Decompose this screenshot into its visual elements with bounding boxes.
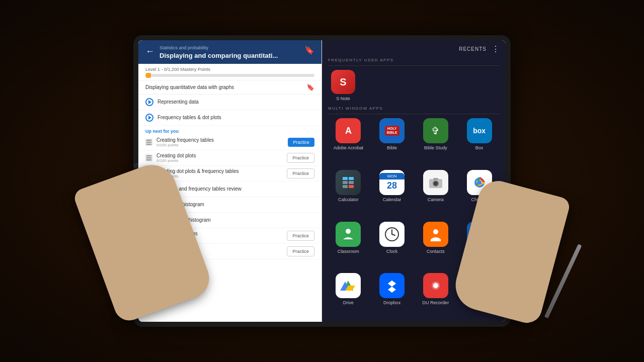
svg-rect-2: [343, 181, 348, 184]
durecorder-icon: [423, 273, 448, 298]
practice-item-title: Creating frequency tables: [156, 137, 284, 143]
adobe-label: Adobe Acrobat: [334, 145, 363, 150]
app-item-contacts[interactable]: Contacts: [416, 222, 456, 270]
practice-button-outline[interactable]: Practice: [287, 168, 314, 178]
app-item-classroom[interactable]: Classroom: [328, 222, 369, 270]
bible-icon: HOLYBIBLE: [379, 118, 405, 143]
lesson-item[interactable]: Representing data: [138, 95, 321, 110]
freq-apps-section-label: FREQUENTLY USED APPS: [322, 58, 506, 62]
box-icon: box: [467, 118, 492, 143]
svg-rect-5: [349, 185, 354, 188]
practice-item[interactable]: Creating frequency tables 0/100 points P…: [138, 135, 321, 150]
app-item-dropbox[interactable]: Dropbox: [372, 273, 413, 322]
lesson-item-text: Frequency tables & dot plots: [157, 115, 314, 120]
practice-item-points: 0/100 points: [156, 174, 283, 178]
app-item-snote[interactable]: S S Note: [328, 70, 358, 101]
calendar-label: Calendar: [383, 197, 401, 202]
svg-marker-28: [388, 281, 396, 287]
practice-icon: [145, 154, 152, 161]
freq-apps-row: S S Note: [322, 70, 506, 101]
right-header: RECENTS ⋮: [322, 40, 506, 58]
svg-point-13: [477, 180, 481, 185]
app-item-clock[interactable]: Clock: [372, 222, 413, 270]
svg-rect-9: [433, 178, 438, 180]
box-label: Box: [475, 145, 484, 150]
multi-section-divider: [328, 114, 500, 114]
bookmark-button[interactable]: 🔖: [304, 45, 314, 55]
lesson-item-text: Dot plots and frequency tables review: [157, 186, 314, 192]
practice-item-points: 0/100 points: [156, 158, 283, 163]
svg-rect-3: [349, 181, 354, 184]
practice-icon: [145, 139, 152, 146]
video-icon: [145, 98, 153, 106]
more-options-button[interactable]: ⋮: [492, 44, 500, 54]
practice-item-info: Creating frequency tables 0/100 points: [156, 137, 284, 147]
bible-label: Bible: [387, 145, 397, 150]
recents-button[interactable]: RECENTS: [459, 46, 487, 52]
svg-rect-4: [343, 185, 348, 188]
app-item-adobe[interactable]: A Adobe Acrobat: [328, 118, 369, 167]
practice-item-info: Creating dot plots 0/100 points: [156, 153, 283, 163]
content-title: Displaying quantitative data with graphs: [145, 84, 234, 90]
camera-icon: [423, 170, 448, 195]
content-bookmark-icon[interactable]: 🔖: [306, 83, 314, 91]
lesson-item-text: Representing data: [157, 99, 314, 105]
svg-line-17: [392, 234, 395, 235]
app-item-calculator[interactable]: Calculator: [328, 170, 369, 219]
mastery-bar-section: Level 1 - 0/1,200 Mastery Points: [138, 64, 321, 80]
app-item-bible[interactable]: HOLYBIBLE Bible: [372, 118, 413, 167]
clock-label: Clock: [386, 249, 398, 254]
svg-rect-0: [343, 177, 348, 180]
snote-label: S Note: [336, 96, 350, 101]
mastery-bar: [145, 74, 314, 77]
app-item-drive[interactable]: Drive: [328, 273, 369, 322]
app-item-box[interactable]: box Box: [459, 118, 500, 167]
video-icon: [145, 114, 153, 122]
back-button[interactable]: ←: [145, 46, 154, 57]
left-header: ← Statistics and probability Displaying …: [138, 40, 321, 64]
practice-item[interactable]: Creating dot plots 0/100 points Practice: [138, 150, 321, 166]
dropbox-label: Dropbox: [383, 300, 400, 305]
content-title-bar: Displaying quantitative data with graphs…: [138, 80, 321, 95]
svg-point-8: [434, 182, 438, 186]
drive-icon: [336, 273, 361, 298]
practice-item-title: Creating dot plots: [156, 153, 283, 158]
svg-rect-1: [349, 177, 354, 180]
camera-label: Camera: [428, 197, 444, 202]
dropbox-icon: [379, 273, 405, 298]
practice-item-title: Reading dot plots & frequency tables: [156, 168, 283, 174]
practice-item-points: 0/100 points: [156, 143, 284, 147]
contacts-icon: [423, 222, 448, 247]
practice-button-outline[interactable]: Practice: [287, 231, 314, 241]
practice-button[interactable]: Practice: [288, 138, 314, 147]
mastery-label: Level 1 - 0/1,200 Mastery Points: [145, 67, 314, 72]
multi-apps-section-label: MULTI WINDOW APPS: [322, 106, 506, 111]
app-item-biblestudy[interactable]: ✞ Bible Study: [416, 118, 456, 167]
classroom-label: Classroom: [338, 249, 359, 254]
practice-button-outline[interactable]: Practice: [287, 153, 314, 163]
up-next-label: Up next for you: [138, 126, 321, 135]
app-item-calendar[interactable]: MON 28 Calendar: [372, 170, 413, 219]
biblestudy-icon: ✞: [423, 118, 448, 143]
app-item-camera[interactable]: Camera: [416, 170, 456, 219]
svg-point-30: [433, 283, 438, 288]
svg-point-18: [433, 229, 438, 234]
classroom-icon: [336, 222, 361, 247]
clock-icon: [379, 222, 405, 247]
lesson-title: Displaying and comparing quantitati...: [159, 52, 299, 60]
durecorder-label: DU Recorder: [423, 300, 449, 305]
calculator-label: Calculator: [338, 197, 359, 202]
lesson-item[interactable]: Frequency tables & dot plots: [138, 110, 321, 126]
subject-label: Statistics and probability: [159, 45, 299, 50]
svg-point-14: [346, 229, 351, 234]
biblestudy-label: Bible Study: [424, 145, 447, 150]
practice-button-outline[interactable]: Practice: [287, 246, 314, 256]
contacts-label: Contacts: [427, 249, 445, 254]
calendar-icon: MON 28: [379, 170, 405, 195]
header-content: Statistics and probability Displaying an…: [154, 45, 304, 60]
drive-label: Drive: [343, 300, 354, 305]
app-item-durecorder[interactable]: DU Recorder: [416, 273, 456, 322]
practice-item-info: Reading dot plots & frequency tables 0/1…: [156, 168, 283, 178]
snote-icon: S: [331, 70, 355, 94]
adobe-icon: A: [336, 118, 361, 143]
